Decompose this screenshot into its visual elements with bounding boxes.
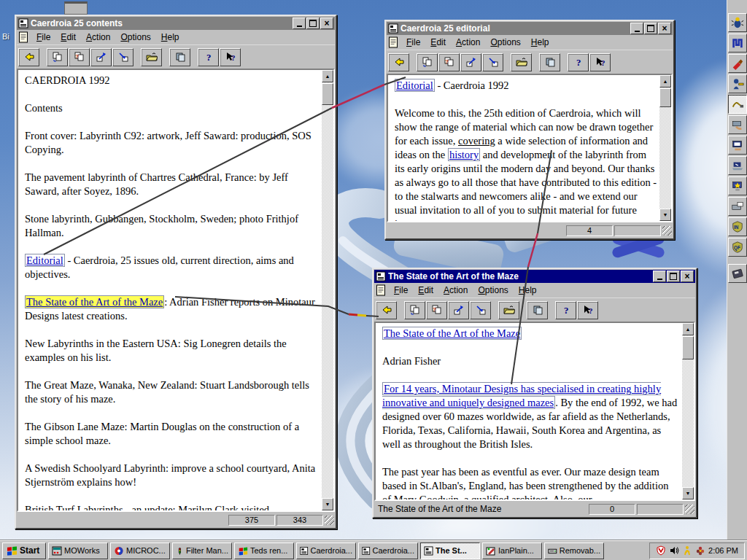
open-folder-button[interactable] (141, 48, 162, 66)
context-help-button[interactable]: ? (220, 48, 241, 66)
taskbar-button-filter-manager[interactable]: Filter Man... (172, 542, 232, 559)
help-button[interactable]: ? (568, 53, 589, 71)
menu-edit[interactable]: Edit (425, 36, 451, 49)
hyperlink[interactable]: Editorial (25, 254, 65, 267)
messenger-icon[interactable] (682, 545, 692, 556)
badge-in-icon-button[interactable]: IN (728, 217, 747, 236)
resize-grip[interactable] (325, 516, 334, 525)
close-button[interactable]: × (681, 271, 694, 282)
taskbar-button-ianplain[interactable]: IanPlain... (482, 542, 542, 559)
resize-grip[interactable] (662, 226, 672, 236)
taskbar-button-removable[interactable]: Removab... (544, 542, 604, 559)
back-exit-button[interactable] (18, 48, 39, 66)
menu-options[interactable]: Options (115, 31, 155, 44)
taskbar-button-caerdroia-2[interactable]: Caerdroia... (358, 542, 418, 559)
back-exit-button[interactable] (376, 301, 397, 319)
start-button[interactable]: Start (2, 542, 46, 559)
maximize-button[interactable] (306, 18, 320, 29)
highlighted-hyperlink[interactable]: The State of the Art of the Maze (25, 295, 164, 308)
speaker-icon[interactable] (669, 545, 679, 556)
laptop-icon-button[interactable] (728, 156, 747, 175)
bug-icon-button[interactable] (728, 13, 747, 32)
link-in-button[interactable] (112, 48, 133, 66)
minimize-button[interactable] (630, 23, 643, 34)
context-help-button[interactable]: ? (577, 301, 598, 319)
context-help-button[interactable]: ? (589, 53, 611, 71)
book-hand-icon-button[interactable] (728, 136, 747, 155)
menu-help[interactable]: Help (156, 31, 185, 44)
menu-options[interactable]: Options (485, 36, 525, 49)
shield-icon[interactable] (656, 545, 666, 556)
menu-action[interactable]: Action (451, 36, 485, 49)
minimize-button[interactable] (293, 18, 306, 29)
badge-qf-icon-button[interactable]: QF (728, 238, 747, 257)
replace-page-button[interactable]: ? (69, 48, 90, 66)
menu-help[interactable]: Help (514, 284, 542, 297)
scroll-thumb[interactable] (322, 83, 333, 105)
replace-page-button[interactable]: ? (438, 53, 460, 71)
hyperlink[interactable]: history (448, 148, 480, 161)
copy-page-button[interactable] (404, 301, 425, 319)
maze-icon-button[interactable] (728, 34, 747, 52)
copy-docs-button[interactable] (539, 53, 560, 71)
titlebar[interactable]: Caerdroia 25 editorial × (387, 22, 673, 35)
copy-page-button[interactable] (417, 53, 438, 71)
taskbar-button-moworks[interactable]: MOWorks (48, 542, 108, 559)
scroll-down-button[interactable]: ▼ (682, 487, 694, 499)
desktop-mini-icon[interactable] (64, 1, 88, 15)
monitor-star-icon-button[interactable] (728, 176, 747, 195)
flower-icon[interactable] (695, 545, 705, 556)
cable-icon-button[interactable] (728, 95, 747, 114)
menu-file[interactable]: File (389, 284, 413, 297)
scroll-up-button[interactable]: ▲ (682, 323, 694, 335)
replace-page-button[interactable]: ? (426, 301, 447, 319)
close-button[interactable]: × (320, 18, 333, 29)
link-out-button[interactable] (448, 301, 469, 319)
menu-edit[interactable]: Edit (413, 284, 438, 297)
titlebar[interactable]: Caerdroia 25 contents × (17, 17, 335, 30)
scroll-down-button[interactable]: ▼ (322, 498, 333, 510)
vertical-scrollbar[interactable]: ▲ ▼ (659, 75, 671, 221)
menu-action[interactable]: Action (438, 284, 473, 297)
scroll-thumb[interactable] (682, 336, 694, 359)
menu-action[interactable]: Action (81, 31, 115, 44)
menu-file[interactable]: File (401, 36, 425, 49)
open-folder-button[interactable] (511, 53, 532, 71)
back-exit-button[interactable] (388, 53, 409, 71)
hyperlink[interactable]: Editorial (395, 79, 435, 92)
menu-file[interactable]: File (31, 31, 55, 44)
copy-docs-button[interactable] (169, 48, 190, 66)
link-in-button[interactable] (482, 53, 503, 71)
close-button[interactable]: × (658, 23, 671, 34)
scroll-up-button[interactable]: ▲ (322, 70, 333, 82)
vertical-scrollbar[interactable]: ▲ ▼ (322, 70, 333, 510)
brush-icon-button[interactable] (728, 54, 747, 73)
link-out-button[interactable] (460, 53, 481, 71)
hyperlink[interactable]: The State of the Art of the Maze (382, 327, 522, 340)
minimize-button[interactable] (653, 271, 666, 282)
taskbar-button-caerdroia-1[interactable]: Caerdroia... (296, 542, 356, 559)
help-button[interactable]: ? (198, 48, 219, 66)
menu-edit[interactable]: Edit (55, 31, 81, 44)
copy-page-button[interactable] (47, 48, 68, 66)
key-person-icon-button[interactable] (728, 74, 747, 93)
resize-grip[interactable] (685, 505, 694, 514)
help-button[interactable]: ? (555, 301, 576, 319)
link-in-button[interactable] (470, 301, 491, 319)
open-folder-button[interactable] (498, 301, 519, 319)
titlebar[interactable]: The State of the Art of the Maze × (374, 270, 695, 283)
scroll-thumb[interactable] (659, 88, 671, 107)
maximize-button[interactable] (644, 23, 657, 34)
menu-options[interactable]: Options (473, 284, 513, 297)
menu-help[interactable]: Help (526, 36, 554, 49)
disk-icon-button[interactable] (728, 264, 747, 283)
link-out-button[interactable] (90, 48, 112, 66)
painter-icon-button[interactable] (728, 115, 747, 134)
desktop-icon-label[interactable]: Bi (2, 32, 9, 41)
taskbar-button-teds[interactable]: Teds ren... (234, 542, 294, 559)
copy-docs-button[interactable] (527, 301, 548, 319)
vertical-scrollbar[interactable]: ▲ ▼ (682, 323, 694, 499)
scroll-up-button[interactable]: ▲ (659, 75, 671, 88)
taskbar-button-microcosm[interactable]: MICROC... (110, 542, 170, 559)
drive-box-icon-button[interactable] (728, 197, 747, 216)
